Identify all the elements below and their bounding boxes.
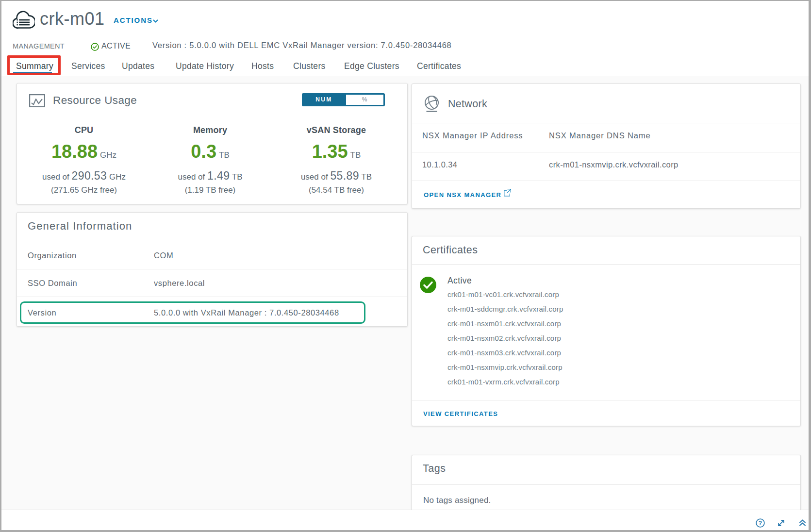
svg-text:?: ? xyxy=(759,520,762,527)
